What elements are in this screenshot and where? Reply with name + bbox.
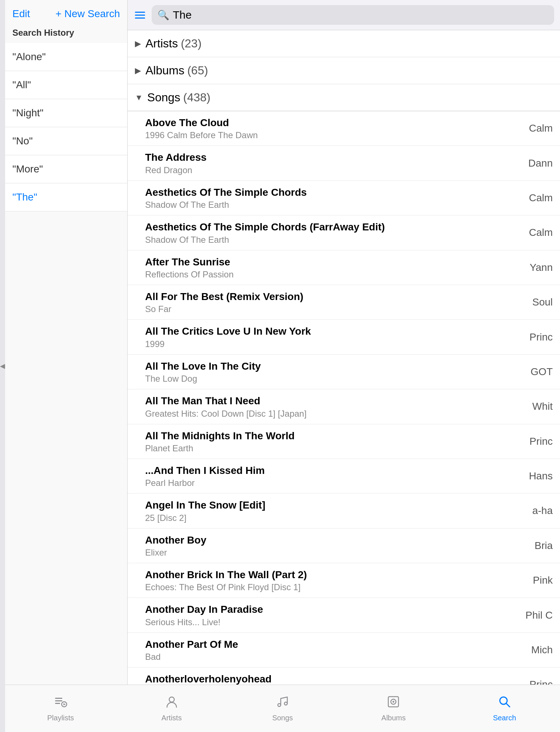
svg-point-10	[393, 701, 394, 703]
albums-label: Albums	[381, 714, 406, 722]
song-title: After The Sunrise	[145, 256, 530, 269]
song-subtitle: Shadow Of The Earth	[145, 235, 529, 245]
table-row[interactable]: Aesthetics Of The Simple Chords (FarrAwa…	[128, 215, 560, 250]
albums-label: Albums	[145, 64, 184, 77]
songs-label: Songs	[147, 91, 180, 104]
song-artist: Dann	[528, 157, 553, 169]
table-row[interactable]: All The Love In The CityThe Low DogGOT	[128, 355, 560, 389]
song-info: Aesthetics Of The Simple ChordsShadow Of…	[145, 186, 529, 210]
song-subtitle: Planet Earth	[145, 443, 529, 453]
songs-section-header[interactable]: ▼ Songs (438)	[128, 84, 560, 111]
nav-albums[interactable]: Albums	[338, 695, 449, 722]
song-subtitle: The Low Dog	[145, 374, 530, 384]
song-title: Another Day In Paradise	[145, 603, 525, 616]
table-row[interactable]: Another Day In ParadiseSerious Hits... L…	[128, 598, 560, 632]
song-artist: GOT	[530, 366, 553, 378]
search-nav-label: Search	[493, 714, 516, 722]
song-subtitle: 1999	[145, 339, 529, 349]
table-row[interactable]: Above The Cloud1996 Calm Before The Dawn…	[128, 111, 560, 146]
left-handle[interactable]: ◀	[0, 0, 5, 732]
table-row[interactable]: The AddressRed DragonDann	[128, 146, 560, 180]
search-bar[interactable]: 🔍	[152, 5, 554, 25]
song-subtitle: Elixer	[145, 548, 534, 558]
nav-playlists[interactable]: Playlists	[5, 695, 116, 722]
song-info: All The Man That I NeedGreatest Hits: Co…	[145, 394, 532, 418]
nav-search[interactable]: Search	[449, 695, 560, 722]
table-row[interactable]: All For The Best (Remix Version)So FarSo…	[128, 285, 560, 320]
song-subtitle: 1996 Calm Before The Dawn	[145, 130, 529, 140]
sidebar: Edit + New Search Search History "Alone"…	[5, 0, 128, 685]
song-artist: Soul	[532, 296, 553, 308]
song-info: All The Love In The CityThe Low Dog	[145, 360, 530, 384]
song-title: Above The Cloud	[145, 116, 529, 129]
table-row[interactable]: Another BoyElixerBria	[128, 529, 560, 563]
song-info: Angel In The Snow [Edit]25 [Disc 2]	[145, 499, 532, 523]
history-item[interactable]: "Night"	[5, 99, 127, 127]
song-subtitle: Shadow Of The Earth	[145, 200, 529, 210]
table-row[interactable]: Aesthetics Of The Simple ChordsShadow Of…	[128, 181, 560, 215]
new-search-button[interactable]: + New Search	[55, 8, 120, 20]
song-title: Anotherloverholenyohead	[145, 673, 529, 685]
song-artist: Pink	[533, 575, 553, 586]
search-icon: 🔍	[158, 9, 169, 21]
albums-count: (65)	[187, 64, 208, 77]
song-subtitle: Pearl Harbor	[145, 478, 529, 488]
song-title: Another Brick In The Wall (Part 2)	[145, 568, 533, 581]
song-info: ...And Then I Kissed HimPearl Harbor	[145, 464, 529, 488]
song-subtitle: So Far	[145, 304, 532, 314]
table-row[interactable]: AnotherloverholenyoheadParadePrinc	[128, 667, 560, 685]
song-title: ...And Then I Kissed Him	[145, 464, 529, 477]
menu-button[interactable]	[133, 10, 147, 20]
song-artist: Whit	[532, 401, 553, 412]
song-info: Another BoyElixer	[145, 534, 534, 558]
artists-label: Artists	[162, 714, 182, 722]
song-subtitle: 25 [Disc 2]	[145, 513, 532, 523]
table-row[interactable]: All The Midnights In The WorldPlanet Ear…	[128, 424, 560, 459]
songs-label: Songs	[272, 714, 293, 722]
song-info: The AddressRed Dragon	[145, 151, 528, 175]
song-title: Aesthetics Of The Simple Chords	[145, 186, 529, 199]
bottom-nav: Playlists Artists	[5, 685, 560, 732]
history-item[interactable]: "More"	[5, 155, 127, 183]
artists-label: Artists	[145, 37, 178, 50]
playlists-label: Playlists	[47, 714, 74, 722]
table-row[interactable]: All The Critics Love U In New York1999Pr…	[128, 320, 560, 354]
history-list: "Alone""All""Night""No""More""The"	[5, 43, 127, 685]
song-info: All For The Best (Remix Version)So Far	[145, 290, 532, 314]
song-subtitle: Red Dragon	[145, 165, 528, 175]
songs-icon	[276, 695, 289, 712]
table-row[interactable]: After The SunriseReflections Of PassionY…	[128, 250, 560, 285]
song-title: All For The Best (Remix Version)	[145, 290, 532, 303]
search-history-label: Search History	[5, 25, 127, 43]
table-row[interactable]: All The Man That I NeedGreatest Hits: Co…	[128, 389, 560, 424]
song-info: Another Part Of MeBad	[145, 638, 531, 662]
svg-point-6	[278, 704, 281, 706]
song-artist: Princ	[529, 331, 553, 343]
edit-button[interactable]: Edit	[12, 8, 30, 20]
song-artist: Calm	[529, 227, 553, 238]
artists-section-header[interactable]: ▶ Artists (23)	[128, 30, 560, 57]
song-title: All The Midnights In The World	[145, 429, 529, 443]
albums-section-header[interactable]: ▶ Albums (65)	[128, 57, 560, 84]
song-artist: Calm	[529, 122, 553, 134]
nav-artists[interactable]: Artists	[116, 695, 227, 722]
table-row[interactable]: Angel In The Snow [Edit]25 [Disc 2]a-ha	[128, 494, 560, 528]
menu-line-3	[135, 17, 145, 19]
table-row[interactable]: Another Part Of MeBadMich	[128, 633, 560, 667]
song-title: All The Man That I Need	[145, 394, 532, 408]
back-arrow-icon: ◀	[0, 362, 5, 370]
table-row[interactable]: Another Brick In The Wall (Part 2)Echoes…	[128, 563, 560, 598]
table-row[interactable]: ...And Then I Kissed HimPearl HarborHans	[128, 459, 560, 494]
nav-songs[interactable]: Songs	[227, 695, 338, 722]
song-artist: Phil C	[525, 610, 553, 621]
song-subtitle: Greatest Hits: Cool Down [Disc 1] [Japan…	[145, 409, 532, 419]
song-title: Another Part Of Me	[145, 638, 531, 651]
songs-chevron: ▼	[135, 93, 143, 102]
search-input[interactable]	[173, 9, 548, 21]
history-item[interactable]: "All"	[5, 71, 127, 99]
history-item[interactable]: "No"	[5, 127, 127, 155]
history-item[interactable]: "The"	[5, 183, 127, 211]
song-title: All The Critics Love U In New York	[145, 325, 529, 338]
song-artist: a-ha	[532, 505, 553, 517]
history-item[interactable]: "Alone"	[5, 43, 127, 71]
